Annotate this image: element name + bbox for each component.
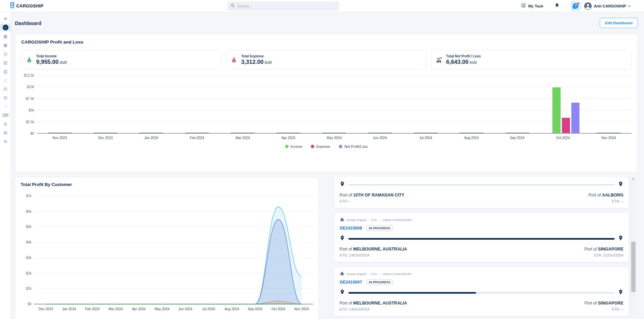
global-search[interactable] [227,2,339,10]
origin-info: Port of 10TH OF RAMADAN CITYETD: -- [340,193,404,203]
area-chart-xtick: Feb 2024 [81,307,104,311]
destination-eta: ETA: 31/Oct/2024 [585,253,623,257]
profit-loss-bar-chart: $0$2.5k$5k$7.5k$10k$12.5k [21,76,631,134]
area-chart-xtick: Jun 2024 [174,307,197,311]
list-menu-icon: ≣ [4,122,7,127]
scrollbar-thumb[interactable] [631,242,636,292]
sidebar-item-file-report[interactable]: ▥ [0,68,11,75]
origin-port: Port of MELBOURNE, AUSTRALIA [340,301,407,305]
sidebar-item-containers[interactable]: ⊟ [0,85,11,92]
zero-value-bars [368,133,392,133]
destination-check-pin-icon [618,235,623,242]
brand-name: CARGOSHIP [16,3,44,8]
legend-item-income[interactable]: Income [285,144,302,149]
zero-value-bars [185,133,209,133]
origin-etd: ETD: 14/Oct/2024 [340,307,407,311]
avatar-icon [584,2,592,10]
meta-text: Ocean Export [347,272,366,276]
sidebar-expand-button[interactable]: » [4,15,6,24]
meta-text: Admin CARGOSHIP [382,218,412,222]
bar-chart-xtick: Oct 2024 [540,136,586,140]
bank-icon: ⌂ [4,78,7,83]
bar-chart-xtick: Jan 2024 [128,136,174,140]
origin-etd: ETD: -- [340,199,404,203]
task-list-icon [521,3,526,9]
bar-income[interactable] [552,87,561,133]
shipments-scrollbar[interactable]: ▲ [630,177,636,316]
my-task-button[interactable]: My Task [516,3,549,9]
page-title: Dashboard [15,20,41,26]
help-button[interactable]: ? [571,1,581,11]
zero-value-bars [94,133,117,133]
sidebar-item-assistant-bot[interactable]: ⌨ [0,111,11,119]
progress-track [348,184,615,186]
shipment-progress [340,289,623,296]
money-bag-expense-icon: $ [230,57,238,63]
stat-card-2: Total Net Profit / Loss6,643.00AUD [431,50,631,70]
sidebar-item-invoice-list[interactable]: ▤ [0,59,11,66]
destination-info: Port of SINGAPOREETA: -- [585,301,623,311]
legend-item-net-profit-loss[interactable]: Net Profit/Loss [339,144,368,149]
sidebar-item-copy-documents[interactable]: ▣ [0,41,11,49]
copy-documents-icon: ▣ [3,43,7,48]
area-chart-ytick: $4k [26,240,31,244]
origin-etd: ETD: 14/Oct/2024 [340,253,407,257]
shipment-ref-link[interactable]: OE2410008 [340,226,362,231]
sidebar-item-apps-grid[interactable]: ▦ [0,32,11,40]
stat-value: 6,643.00 [446,59,468,65]
bar-chart-ytick: $5k [29,108,34,112]
stat-value-row: 9,955.00AUD [36,59,67,65]
user-menu[interactable]: Anh CARGOSHIP [584,2,631,10]
legend-item-expense[interactable]: Expense [311,144,330,149]
profit-loss-title: CARGOSHIP Profit and Loss [21,39,631,45]
containers-icon: ⊟ [4,86,7,91]
area-chart-ytick: $2k [26,271,31,275]
zero-value-bars [505,133,529,133]
bar-chart-xtick: Apr 2024 [266,136,311,140]
notifications-button[interactable] [549,3,565,9]
tools-icon: ⚙ [3,139,7,144]
search-input[interactable] [237,4,336,8]
origin-port: Port of 10TH OF RAMADAN CITY [340,193,404,197]
shipments-panel: Port of 10TH OF RAMADAN CITYETD: --Port … [334,177,638,319]
meta-separator-dot: • [368,272,369,275]
area-chart-xtick: Oct 2024 [267,307,290,311]
sidebar-item-list-menu[interactable]: ≣ [0,120,11,128]
shipment-meta: Ocean Export•FCL•Admin CARGOSHIP [340,217,623,223]
meta-separator-dot: • [368,218,369,221]
area-chart-ytick: $1k [26,287,31,290]
sidebar-item-pie-report[interactable]: ◔ [0,103,11,110]
meta-text: FCL [371,272,377,276]
stat-value: 9,955.00 [36,59,58,65]
brand-logo[interactable]: CARGOSHIP [0,2,101,9]
sidebar-item-dashboard[interactable]: ◷ [0,24,11,31]
zero-value-bars [139,133,163,133]
total-profit-by-customer-card: Total Profit By Customer $0$1k$2k$3k$4k$… [15,177,319,319]
edit-dashboard-button[interactable]: Edit Dashboard [600,18,638,28]
bar-net-profit-loss[interactable] [571,103,579,133]
sidebar-item-tools[interactable]: ⚙ [0,138,11,145]
shipment-ref-link[interactable]: OE2410007 [340,280,362,285]
shipment-card: Port of 10TH OF RAMADAN CITYETD: --Port … [334,177,629,208]
area-fill-customer-b [46,219,301,304]
destination-check-pin-icon [618,289,623,296]
meta-text: FCL [371,218,377,222]
ship-icon [340,217,345,223]
shipment-progress [340,181,623,188]
bar-expense[interactable] [562,118,570,133]
shipment-ports: Port of MELBOURNE, AUSTRALIAETD: 14/Oct/… [340,247,623,257]
bar-chart-ytick: $12.5k [24,74,34,77]
sidebar-item-calculator[interactable]: ⊞ [0,94,11,101]
scrollbar-up-arrow[interactable]: ▲ [630,177,636,181]
destination-check-pin-icon [618,181,623,188]
sidebar-item-archive-box[interactable]: ⊠ [0,129,11,136]
area-chart-xtick: May 2024 [150,307,174,311]
sidebar-item-bank[interactable]: ⌂ [0,76,11,84]
sidebar-item-billing-money[interactable]: ◎ [0,50,11,57]
stat-card-0: $Total Income9,955.00AUD [21,50,222,70]
origin-info: Port of MELBOURNE, AUSTRALIAETD: 14/Oct/… [340,301,407,311]
chevron-down-icon [627,3,631,9]
stat-text: Total Net Profit / Loss6,643.00AUD [446,54,481,65]
shipment-progress [340,235,623,242]
area-line-customer-d [46,304,301,304]
